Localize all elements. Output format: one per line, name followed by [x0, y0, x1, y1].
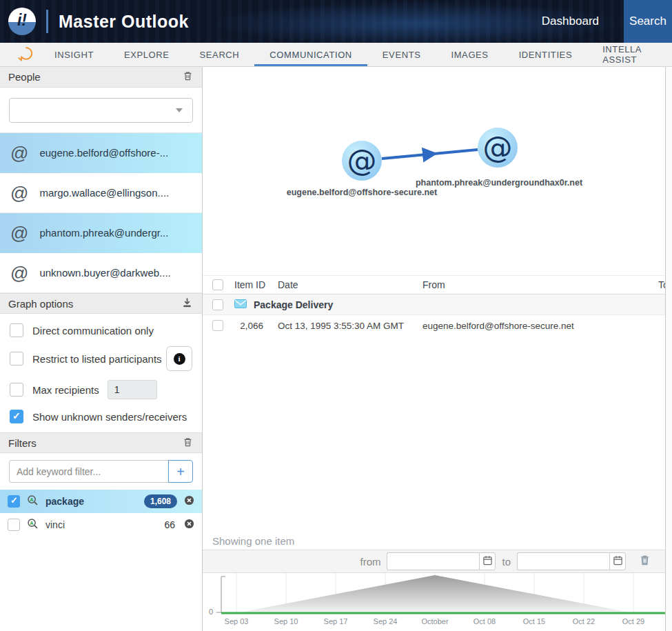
- info-icon: i: [174, 353, 185, 365]
- keyword-filter-input[interactable]: [9, 460, 168, 483]
- select-all-checkbox[interactable]: [212, 279, 223, 290]
- direct-communication-label: Direct communication only: [32, 325, 154, 337]
- restrict-participants-label: Restrict to listed participants: [32, 353, 162, 365]
- tab-explore[interactable]: EXPLORE: [109, 43, 185, 66]
- trash-icon: [183, 437, 192, 449]
- app-window: i! Master Outlook Dashboard Search INSIG…: [0, 0, 672, 631]
- timeline-chart[interactable]: 0 Sep 03 Sep 10 Sep 17 Sep 24 October Oc…: [203, 573, 665, 631]
- filter-checkbox[interactable]: [8, 495, 20, 508]
- tick-label: October: [421, 617, 448, 625]
- header-divider: [46, 10, 48, 33]
- person-label: eugene.belford@offshore-...: [39, 147, 168, 159]
- app-logo-icon: i!: [8, 8, 36, 35]
- envelope-icon: [234, 299, 254, 310]
- person-head-icon: [18, 43, 32, 66]
- filters-clear-button[interactable]: [182, 436, 194, 450]
- person-label: margo.wallace@ellingson....: [39, 187, 169, 199]
- max-recipients-input[interactable]: [108, 380, 157, 399]
- graph-edge[interactable]: [382, 150, 478, 159]
- at-icon: @: [10, 224, 28, 242]
- restrict-info-button[interactable]: i: [166, 346, 192, 371]
- tab-search[interactable]: SEARCH: [185, 43, 255, 66]
- search-link[interactable]: Search: [624, 0, 672, 43]
- tab-insight[interactable]: INSIGHT: [39, 43, 109, 66]
- keyword-search-icon: A: [27, 518, 39, 532]
- content-area: People @ eugene.belford@offshore-...: [0, 67, 672, 631]
- cell-date: Oct 13, 1995 3:55:30 AM GMT: [276, 321, 420, 331]
- remove-icon[interactable]: [184, 519, 194, 532]
- column-item-id[interactable]: Item ID: [234, 279, 276, 290]
- remove-icon[interactable]: [184, 495, 194, 508]
- group-checkbox[interactable]: [212, 299, 223, 310]
- show-unknown-checkbox[interactable]: [10, 410, 23, 423]
- at-icon: @: [347, 143, 377, 178]
- filter-item[interactable]: A vinci 66: [0, 513, 202, 537]
- people-section-header: People: [0, 67, 202, 88]
- column-from[interactable]: From: [420, 279, 656, 290]
- at-icon: @: [10, 264, 28, 282]
- option-restrict-participants: Restrict to listed participants i: [0, 346, 202, 371]
- person-label: phantom.phreak@undergr...: [39, 227, 168, 239]
- node-label: phantom.phreak@undergroundhax0r.net: [416, 178, 582, 188]
- table-row[interactable]: 2,066 Oct 13, 1995 3:55:30 AM GMT eugene…: [203, 315, 665, 336]
- person-label: unknown.buyer@darkweb....: [39, 267, 170, 279]
- group-label: Package Delivery: [254, 299, 665, 310]
- clear-range-button[interactable]: [640, 554, 650, 568]
- restrict-participants-checkbox[interactable]: [10, 352, 23, 365]
- tab-events[interactable]: EVENTS: [367, 43, 436, 66]
- tab-identities[interactable]: IDENTITIES: [504, 43, 588, 66]
- from-date-input[interactable]: [387, 552, 479, 570]
- column-to[interactable]: To: [656, 279, 665, 290]
- tab-intella-assist[interactable]: INTELLA ASSIST: [587, 43, 672, 66]
- to-date-input[interactable]: [517, 552, 609, 570]
- person-item[interactable]: @ eugene.belford@offshore-...: [0, 133, 202, 173]
- people-clear-button[interactable]: [182, 70, 194, 84]
- keyword-filter-row: +: [9, 460, 193, 483]
- tick-label: Sep 10: [274, 617, 298, 625]
- graph-options-header: Graph options: [0, 293, 202, 314]
- graph-options-title: Graph options: [8, 298, 73, 310]
- tick-label: Sep 03: [225, 617, 249, 625]
- from-calendar-button[interactable]: [479, 552, 496, 570]
- person-item[interactable]: @ margo.wallace@ellingson....: [0, 173, 202, 213]
- timeline-area: [236, 575, 633, 613]
- option-direct-communication: Direct communication only: [0, 323, 202, 337]
- dashboard-link[interactable]: Dashboard: [542, 14, 599, 28]
- date-range-bar: from to: [203, 550, 665, 573]
- person-item[interactable]: @ phantom.phreak@undergr...: [0, 213, 202, 253]
- filter-label: package: [45, 496, 137, 507]
- tick-label: Sep 17: [324, 617, 348, 625]
- people-select[interactable]: [9, 98, 193, 123]
- direct-communication-checkbox[interactable]: [10, 323, 23, 337]
- show-unknown-label: Show unknown senders/receivers: [32, 411, 187, 423]
- tab-images[interactable]: IMAGES: [436, 43, 503, 66]
- table-group-row[interactable]: Package Delivery: [203, 294, 665, 315]
- column-date[interactable]: Date: [276, 279, 420, 290]
- node-label: eugene.belford@offshore-secure.net: [287, 188, 437, 197]
- tab-communication[interactable]: COMMUNICATION: [254, 43, 367, 66]
- add-keyword-button[interactable]: +: [168, 460, 193, 483]
- people-list: @ eugene.belford@offshore-... @ margo.wa…: [0, 132, 202, 293]
- filter-item[interactable]: A package 1,608: [0, 490, 202, 513]
- row-checkbox[interactable]: [212, 320, 223, 331]
- app-title: Master Outlook: [59, 12, 189, 32]
- keyword-search-icon: A: [27, 494, 39, 509]
- chevron-down-icon: [176, 108, 183, 112]
- main-tabbar: INSIGHT EXPLORE SEARCH COMMUNICATION EVE…: [0, 43, 672, 67]
- to-calendar-button[interactable]: [609, 552, 626, 570]
- tick-label: Sep 24: [374, 617, 398, 625]
- from-label: from: [360, 556, 380, 568]
- communication-graph-canvas[interactable]: @ @ eugene.belford@offshore-secure.net p…: [203, 67, 665, 275]
- max-recipients-label: Max recipients: [32, 384, 99, 396]
- at-icon: @: [483, 130, 513, 165]
- cell-from: eugene.belford@offshore-secure.net: [420, 321, 656, 331]
- download-icon: [182, 297, 192, 310]
- max-recipients-checkbox[interactable]: [10, 383, 23, 397]
- export-graph-button[interactable]: [181, 296, 194, 311]
- person-item[interactable]: @ unknown.buyer@darkweb....: [0, 253, 202, 293]
- people-title: People: [8, 71, 41, 83]
- timeline-zero-label: 0: [209, 608, 213, 616]
- filter-checkbox[interactable]: [8, 519, 20, 531]
- vertical-scrollbar[interactable]: [665, 67, 672, 631]
- calendar-icon: [613, 555, 623, 568]
